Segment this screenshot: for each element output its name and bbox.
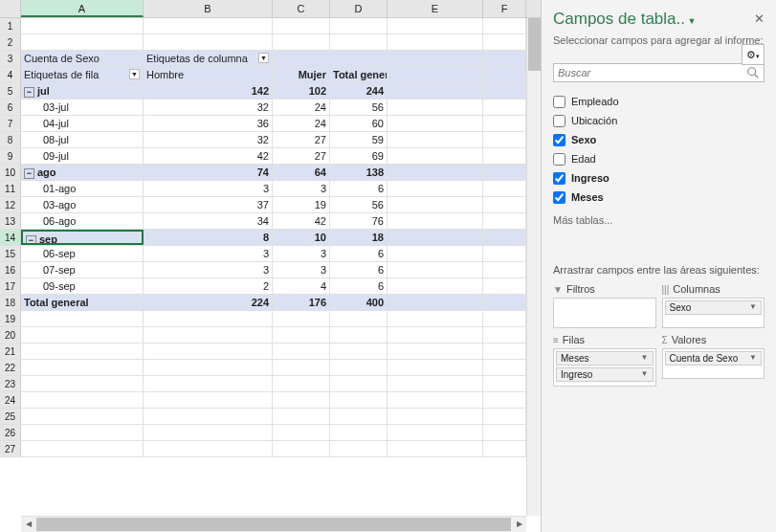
cell[interactable] (273, 34, 330, 50)
row-header[interactable]: 14 (0, 230, 21, 245)
col-E[interactable]: E (388, 0, 483, 17)
row-header[interactable]: 10 (0, 165, 21, 180)
cell[interactable]: 176 (273, 295, 330, 310)
cell[interactable] (483, 100, 526, 115)
row-header[interactable]: 13 (0, 213, 21, 229)
cell[interactable] (483, 213, 526, 229)
cell[interactable] (144, 360, 273, 375)
cell[interactable] (273, 376, 330, 391)
cell[interactable] (388, 425, 483, 440)
cell[interactable] (330, 51, 388, 66)
scroll-left-icon[interactable]: ◀ (21, 517, 35, 532)
scroll-right-icon[interactable]: ▶ (512, 517, 526, 532)
row-header[interactable]: 21 (0, 344, 21, 359)
cell[interactable]: 3 (144, 262, 273, 277)
cell[interactable] (388, 165, 483, 180)
values-dropzone[interactable]: Cuenta de Sexo▼ (662, 348, 765, 379)
cell[interactable]: 04-jul (21, 116, 144, 131)
cell[interactable] (388, 360, 483, 375)
cell[interactable] (388, 392, 483, 408)
cell[interactable] (483, 148, 526, 164)
cell[interactable]: 18 (330, 230, 388, 245)
row-header[interactable]: 20 (0, 327, 21, 343)
field-list-item[interactable]: Edad (553, 149, 765, 168)
cell[interactable]: −ago (21, 165, 144, 180)
cell[interactable] (273, 392, 330, 408)
cell[interactable]: 27 (273, 148, 330, 164)
col-F[interactable]: F (483, 0, 526, 17)
cell[interactable]: 34 (144, 213, 273, 229)
cell[interactable]: 6 (330, 246, 388, 261)
row-header[interactable]: 19 (0, 311, 21, 326)
row-header[interactable]: 1 (0, 18, 21, 33)
row-header[interactable]: 24 (0, 392, 21, 408)
cell[interactable] (483, 392, 526, 408)
cell[interactable] (273, 360, 330, 375)
cell[interactable] (388, 83, 483, 99)
cell[interactable] (21, 327, 144, 343)
cell[interactable]: 10 (273, 230, 330, 245)
select-all-corner[interactable] (0, 0, 21, 17)
cell[interactable] (388, 409, 483, 424)
scroll-thumb[interactable] (528, 18, 541, 71)
cell[interactable]: 09-sep (21, 278, 144, 294)
row-header[interactable]: 25 (0, 409, 21, 424)
cell[interactable] (330, 409, 388, 424)
cell[interactable] (388, 51, 483, 66)
cell[interactable]: Etiquetas de columna▼ (144, 51, 273, 66)
cell[interactable] (388, 181, 483, 196)
row-header[interactable]: 11 (0, 181, 21, 196)
cell[interactable] (21, 409, 144, 424)
chevron-down-icon[interactable]: ▼ (641, 369, 649, 380)
field-checkbox[interactable] (553, 172, 565, 185)
cell[interactable] (330, 311, 388, 326)
cell[interactable] (144, 311, 273, 326)
cell[interactable]: 24 (273, 100, 330, 115)
filter-dropdown-icon[interactable]: ▼ (258, 53, 269, 63)
cell[interactable]: 42 (273, 213, 330, 229)
cell[interactable] (388, 376, 483, 391)
cell[interactable]: 03-jul (21, 100, 144, 115)
cell[interactable]: 59 (330, 132, 388, 147)
cell[interactable]: 138 (330, 165, 388, 180)
row-header[interactable]: 5 (0, 83, 21, 99)
cell[interactable]: Hombre (144, 67, 273, 82)
cell[interactable]: 2 (144, 278, 273, 294)
cell[interactable]: 06-sep (21, 246, 144, 261)
cell[interactable] (330, 344, 388, 359)
cell[interactable] (388, 213, 483, 229)
cell[interactable]: 6 (330, 278, 388, 294)
cell[interactable]: 03-ago (21, 197, 144, 212)
field-checkbox[interactable] (553, 134, 565, 146)
cell[interactable] (483, 116, 526, 131)
cell[interactable] (483, 246, 526, 261)
cell[interactable] (483, 197, 526, 212)
cell[interactable]: 3 (273, 181, 330, 196)
cell[interactable] (273, 425, 330, 440)
cell[interactable] (273, 311, 330, 326)
row-header[interactable]: 26 (0, 425, 21, 440)
cell[interactable]: 3 (144, 246, 273, 261)
vertical-scrollbar[interactable]: ▲ (526, 18, 541, 516)
cell[interactable] (273, 409, 330, 424)
row-header[interactable]: 2 (0, 34, 21, 50)
cell[interactable]: 42 (144, 148, 273, 164)
search-input[interactable] (558, 67, 746, 78)
row-header[interactable]: 4 (0, 67, 21, 82)
cell[interactable]: 60 (330, 116, 388, 131)
cell[interactable]: 08-jul (21, 132, 144, 147)
cell[interactable] (273, 441, 330, 456)
cell[interactable] (388, 132, 483, 147)
row-header[interactable]: 16 (0, 262, 21, 277)
cell[interactable] (483, 18, 526, 33)
cell[interactable] (483, 409, 526, 424)
pane-title-dropdown-icon[interactable]: ▼ (685, 16, 696, 26)
rows-dropzone[interactable]: Meses▼ Ingreso▼ (553, 348, 656, 387)
row-header[interactable]: 12 (0, 197, 21, 212)
cell[interactable] (144, 327, 273, 343)
cell[interactable] (388, 100, 483, 115)
cell[interactable] (144, 392, 273, 408)
cell[interactable]: 37 (144, 197, 273, 212)
cell[interactable] (483, 83, 526, 99)
more-tables-link[interactable]: Más tablas... (553, 214, 765, 226)
